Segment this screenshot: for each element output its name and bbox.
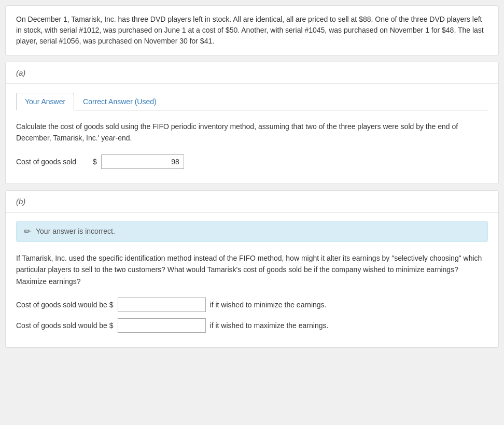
section-b-question: If Tamarisk, Inc. used the specific iden… [16, 252, 488, 287]
section-b-label: (b) [16, 197, 25, 206]
maximize-earnings-input[interactable] [118, 318, 206, 333]
problem-card: On December 1, Tamarisk, Inc. has three … [5, 5, 499, 55]
section-a-header: (a) [6, 62, 498, 84]
section-b-minimize-row: Cost of goods sold would be $ if it wish… [16, 298, 488, 312]
maximize-suffix: if it wished to maximize the earnings. [210, 321, 329, 330]
minimize-label: Cost of goods sold would be $ [16, 301, 114, 309]
problem-text: On December 1, Tamarisk, Inc. has three … [16, 15, 484, 45]
tab-your-answer[interactable]: Your Answer [16, 93, 74, 110]
section-a-label: (a) [16, 68, 25, 77]
currency-symbol-a: $ [93, 158, 97, 166]
section-b-header: (b) [6, 191, 498, 212]
cost-of-goods-sold-input[interactable] [101, 154, 184, 169]
section-a-card: (a) Your Answer Correct Answer (Used) Ca… [5, 62, 499, 184]
section-b-body: ✏ Your answer is incorrect. If Tamarisk,… [6, 212, 498, 347]
section-b-maximize-row: Cost of goods sold would be $ if it wish… [16, 318, 488, 333]
section-a-tabs: Your Answer Correct Answer (Used) [16, 92, 488, 110]
section-a-question: Calculate the cost of goods sold using t… [16, 121, 488, 144]
tab-correct-answer[interactable]: Correct Answer (Used) [74, 93, 165, 110]
minimize-suffix: if it wished to minimize the earnings. [210, 301, 327, 309]
maximize-label: Cost of goods sold would be $ [16, 321, 114, 330]
alert-message: Your answer is incorrect. [36, 227, 115, 235]
pencil-icon: ✏ [24, 226, 31, 236]
incorrect-alert: ✏ Your answer is incorrect. [16, 221, 488, 242]
section-b-card: (b) ✏ Your answer is incorrect. If Tamar… [5, 190, 499, 348]
section-a-input-row: Cost of goods sold $ [16, 154, 488, 169]
cost-of-goods-sold-label: Cost of goods sold [16, 158, 89, 166]
section-a-body: Your Answer Correct Answer (Used) Calcul… [6, 84, 498, 183]
minimize-earnings-input[interactable] [118, 298, 206, 312]
